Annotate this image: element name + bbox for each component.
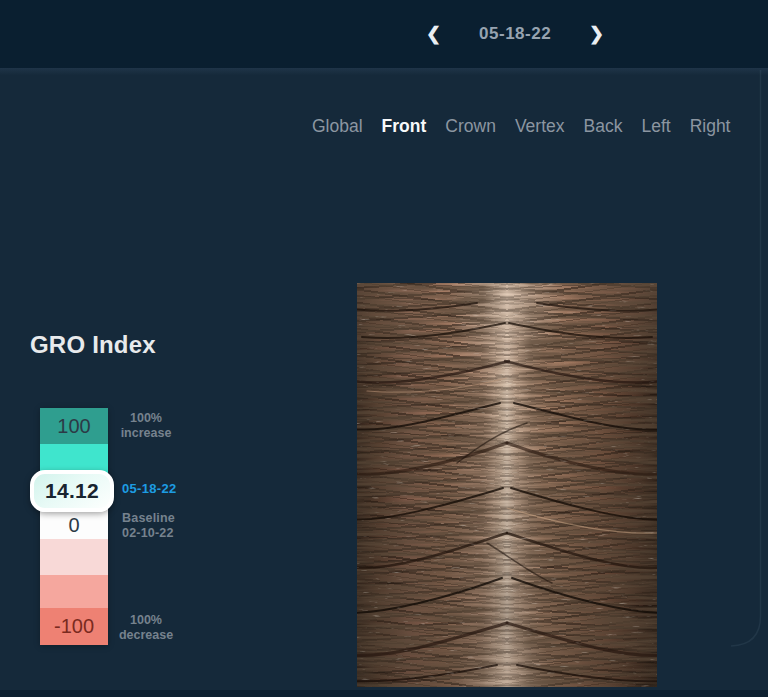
date-navigation-bar: ❮ 05-18-22 ❯ (0, 0, 768, 68)
scale-segment-100: 100 (40, 408, 108, 444)
scale-tick-label: -100 (54, 615, 94, 638)
scale-tick-label: 100 (57, 415, 90, 438)
scale-tick-label: 0 (68, 514, 79, 539)
scale-segment-neg50 (40, 575, 108, 608)
current-date-label: 05-18-22 (473, 24, 557, 44)
baseline-word: Baseline (122, 511, 175, 526)
topbar-divider (0, 68, 768, 76)
scale-segment-neg100: -100 (40, 608, 108, 645)
app-window: ❮ 05-18-22 ❯ Global Front Crown Vertex B… (0, 0, 768, 697)
scale-label-decrease: 100% decrease (112, 613, 180, 643)
decrease-word: decrease (112, 628, 180, 643)
tab-front[interactable]: Front (382, 116, 427, 137)
scalp-closeup-photo (357, 283, 657, 687)
scale-segment-neg25 (40, 539, 108, 575)
previous-date-chevron-icon[interactable]: ❮ (420, 21, 447, 47)
tab-global[interactable]: Global (312, 116, 363, 137)
photo-vignette (357, 283, 657, 687)
scale-label-baseline: Baseline 02-10-22 (122, 511, 175, 541)
increase-word: increase (112, 426, 180, 441)
gro-index-scale: 100 0 -100 (40, 408, 108, 645)
increase-percent: 100% (112, 411, 180, 426)
baseline-date: 02-10-22 (122, 526, 175, 541)
gro-index-title: GRO Index (30, 331, 156, 359)
date-nav-group: ❮ 05-18-22 ❯ (420, 0, 610, 68)
scale-label-current-date: 05-18-22 (122, 481, 176, 496)
tab-right[interactable]: Right (690, 116, 731, 137)
scale-label-increase: 100% increase (112, 411, 180, 441)
gro-index-value: 14.12 (45, 479, 99, 503)
bottom-strip (0, 690, 768, 697)
decrease-percent: 100% (112, 613, 180, 628)
tab-vertex[interactable]: Vertex (515, 116, 565, 137)
next-date-chevron-icon[interactable]: ❯ (583, 21, 610, 47)
region-tabs: Global Front Crown Vertex Back Left Righ… (312, 116, 730, 137)
gro-index-value-badge: 14.12 (30, 470, 114, 512)
tab-left[interactable]: Left (641, 116, 670, 137)
tab-crown[interactable]: Crown (445, 116, 496, 137)
tab-back[interactable]: Back (584, 116, 623, 137)
